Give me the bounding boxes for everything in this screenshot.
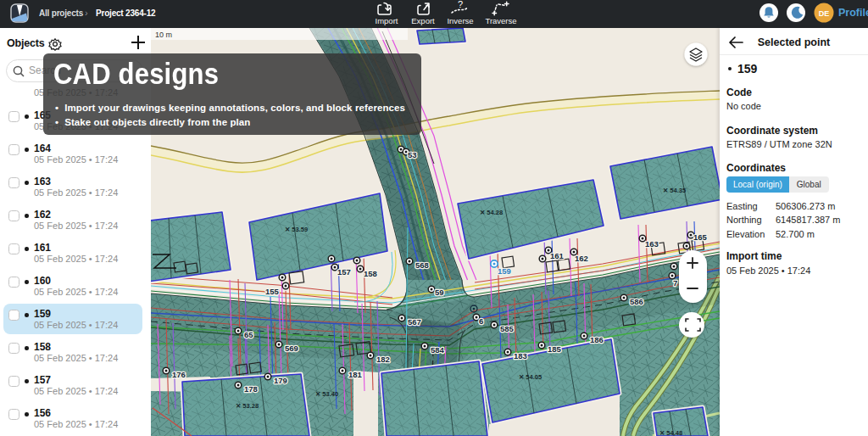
- svg-text:✕ 53.28: ✕ 53.28: [236, 402, 259, 410]
- svg-text:567: 567: [408, 317, 421, 327]
- svg-text:185: 185: [548, 344, 562, 354]
- svg-text:157: 157: [337, 267, 351, 277]
- svg-text:158: 158: [364, 269, 377, 278]
- svg-text:✕ 53.59: ✕ 53.59: [285, 226, 308, 233]
- svg-text:186: 186: [590, 335, 604, 344]
- svg-text:✕ 54.28: ✕ 54.28: [480, 209, 503, 216]
- svg-text:10 m: 10 m: [155, 31, 172, 39]
- svg-text:162: 162: [575, 254, 588, 263]
- svg-text:181: 181: [348, 370, 363, 379]
- svg-text:65: 65: [244, 330, 253, 339]
- svg-text:159: 159: [498, 266, 511, 276]
- svg-text:568: 568: [415, 260, 429, 270]
- svg-text:✕ 53.40: ✕ 53.40: [315, 390, 338, 398]
- svg-text:6: 6: [479, 316, 483, 326]
- svg-text:585: 585: [500, 324, 515, 333]
- svg-text:183: 183: [514, 351, 527, 361]
- svg-text:584: 584: [431, 345, 445, 355]
- svg-text:586: 586: [630, 297, 643, 306]
- svg-text:✕ 54.05: ✕ 54.05: [519, 373, 542, 381]
- svg-text:7: 7: [673, 278, 677, 288]
- svg-text:182: 182: [376, 355, 390, 364]
- svg-text:161: 161: [550, 251, 565, 260]
- svg-text:✕ 54.35: ✕ 54.35: [663, 187, 686, 194]
- svg-text:178: 178: [244, 384, 258, 394]
- svg-text:?: ?: [458, 0, 463, 9]
- svg-text:163: 163: [645, 239, 659, 249]
- svg-text:✕ 54.48: ✕ 54.48: [659, 429, 682, 436]
- svg-text:155: 155: [265, 287, 280, 296]
- svg-text:569: 569: [285, 344, 298, 353]
- svg-text:179: 179: [274, 376, 287, 385]
- svg-text:176: 176: [172, 370, 186, 379]
- svg-text:165: 165: [693, 232, 708, 242]
- svg-text:53: 53: [408, 150, 417, 159]
- svg-text:59: 59: [435, 288, 444, 297]
- svg-text:DE: DE: [819, 9, 830, 18]
